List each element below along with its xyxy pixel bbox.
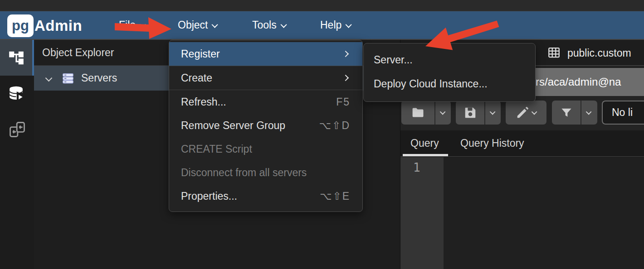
menu-item-create-label: Create [181,72,212,84]
filter-dropdown-button[interactable] [581,101,597,125]
menu-help-label: Help [320,19,342,31]
menu-item-refresh-label: Refresh... [181,96,226,108]
menu-tools-label: Tools [252,19,277,31]
sql-editor[interactable]: 1 [400,157,644,269]
filter-funnel-icon [560,106,573,120]
menu-item-disconnect-all: Disconnect from all servers [169,161,362,184]
query-tool-tab-title[interactable]: public.custom [567,40,631,65]
tree-expand-chevron-icon[interactable] [45,75,53,82]
menu-object[interactable]: Object [178,11,218,39]
filter-button-group [552,101,597,125]
object-menu-dropdown: Register Create Refresh... F5 Remove Ser… [169,40,363,212]
submenu-chevron-right-icon [342,51,349,57]
sidebar-item-query-tool[interactable] [0,76,34,111]
save-button[interactable] [456,101,484,125]
menu-item-remove-server-group-label: Remove Server Group [181,120,285,131]
menu-item-register[interactable]: Register [169,42,362,66]
tab-query-history[interactable]: Query History [460,130,524,156]
open-file-button-group [401,101,451,125]
shortcut-label: ⌥⇧D [319,114,350,137]
chevron-down-icon [531,109,537,115]
table-grid-icon [546,46,561,59]
shortcut-label: F5 [336,90,350,114]
left-icon-sidebar [0,40,34,269]
menu-item-properties-label: Properties... [181,190,237,202]
chevron-down-icon [212,21,218,28]
servers-stack-icon [61,72,75,85]
chevron-down-icon [280,21,287,28]
menu-item-properties[interactable]: Properties... ⌥⇧E [169,184,362,208]
connection-string: rs/aca/admin@na [536,68,621,96]
menu-tools[interactable]: Tools [252,11,287,39]
shortcut-label: ⌥⇧E [320,184,350,208]
object-explorer-tree-icon [8,49,25,67]
chevron-down-icon [439,109,445,115]
pgadmin-logo-pg: pg [7,14,34,37]
chevron-down-icon [140,21,146,28]
menu-item-create-script-label: CREATE Script [181,143,252,155]
save-floppy-icon [463,106,477,120]
submenu-chevron-right-icon [342,75,349,81]
menu-item-register-label: Register [181,48,220,60]
submenu-item-server[interactable]: Server... [364,48,535,72]
main-navbar: pg Admin File Object Tools Help [0,11,644,40]
pgadmin-logo-admin: Admin [34,17,82,34]
tree-item-servers-label: Servers [81,72,117,84]
edit-button-group [506,101,546,125]
menu-help[interactable]: Help [320,11,351,39]
pgadmin-window: pg Admin File Object Tools Help [0,0,644,269]
editor-gutter: 1 [400,157,444,269]
save-dropdown-button[interactable] [485,101,501,125]
menu-item-remove-server-group[interactable]: Remove Server Group ⌥⇧D [169,114,362,137]
filter-button[interactable] [552,101,581,125]
window-top-strip [0,0,644,11]
pgadmin-logo: pg Admin [7,14,82,37]
save-button-group [456,101,501,125]
editor-line-number: 1 [413,161,420,174]
menu-item-create-script: CREATE Script [169,137,362,161]
menu-file-label: File [119,19,136,31]
query-tool-database-icon [8,85,26,103]
sidebar-item-object-explorer[interactable] [0,40,34,76]
row-limit-dropdown[interactable]: No li [602,101,644,125]
menu-object-label: Object [178,19,208,31]
sidebar-item-schema-diff[interactable] [0,111,34,147]
open-file-dropdown-button[interactable] [435,101,451,125]
chevron-down-icon [346,21,352,28]
query-tabs-bar: Query Query History [400,130,644,157]
chevron-down-icon [586,109,592,115]
chevron-down-icon [489,109,495,115]
menu-item-create[interactable]: Create [169,66,362,90]
edit-button[interactable] [506,101,546,125]
menu-item-disconnect-all-label: Disconnect from all servers [181,167,307,178]
pencil-edit-icon [516,106,529,120]
open-file-button[interactable] [401,101,434,125]
submenu-item-deploy-cloud-instance[interactable]: Deploy Cloud Instance... [364,72,535,96]
folder-icon [410,106,425,120]
schema-diff-icon [8,120,26,139]
active-tab-underline [403,154,448,156]
tab-query[interactable]: Query [410,130,439,156]
menu-file[interactable]: File [119,11,146,39]
register-submenu: Server... Deploy Cloud Instance... [363,43,536,102]
menu-item-refresh[interactable]: Refresh... F5 [169,90,362,114]
